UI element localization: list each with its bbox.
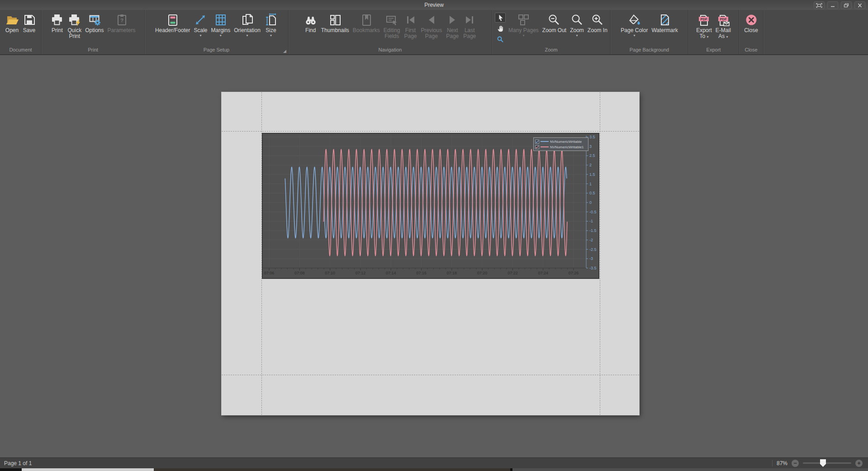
series2-checkbox[interactable]: [535, 145, 539, 149]
orientation-icon: [241, 12, 254, 28]
zoom-in-button[interactable]: Zoom In: [586, 11, 609, 47]
page-setup-dialog-launcher[interactable]: ◢: [283, 49, 286, 53]
svg-text:2: 2: [589, 163, 592, 167]
first-page-icon: [404, 12, 417, 28]
thumbnails-button[interactable]: Thumbnails: [319, 11, 351, 47]
taskbar-edge: [0, 468, 868, 471]
editing-fields-icon: [385, 12, 398, 28]
save-icon: [23, 12, 36, 28]
next-page-button: Next Page: [444, 11, 461, 47]
svg-text:3.5: 3.5: [589, 135, 595, 139]
svg-text:0: 0: [589, 200, 592, 205]
svg-text:-0.5: -0.5: [589, 210, 597, 214]
margin-line-bottom: [222, 375, 639, 375]
chart-plot-area: 07:0607:0807:1007:1207:1407:1607:1807:20…: [263, 134, 598, 278]
options-icon: [88, 12, 101, 28]
hand-tool-button[interactable]: [495, 24, 506, 33]
ribbon-toolbar: Open Save Document Print: [0, 10, 868, 55]
print-button[interactable]: Print: [48, 11, 66, 47]
zoom-slider-thumb[interactable]: [820, 459, 826, 467]
preview-canvas[interactable]: 07:0607:0807:1007:1207:1407:1607:1807:20…: [0, 55, 868, 457]
series1-line-sample: [541, 141, 549, 142]
many-pages-icon: [517, 12, 530, 28]
dropdown-arrow-icon: ▾: [576, 33, 578, 38]
legend-item: NVNumericWritable1: [535, 144, 587, 150]
parameters-button: ? Parameters: [106, 11, 138, 47]
svg-text:07:26: 07:26: [569, 271, 579, 275]
svg-text:-2.5: -2.5: [589, 247, 597, 252]
group-label-document: Document: [0, 47, 41, 54]
thumbnails-icon: [328, 12, 342, 28]
minimize-icon: [830, 3, 836, 8]
series2-name: NVNumericWritable1: [550, 145, 584, 149]
svg-text:PDF: PDF: [701, 17, 707, 21]
export-to-button[interactable]: PDF Export To ▾: [694, 11, 714, 47]
bookmarks-icon: [360, 12, 373, 28]
zoom-in-slider-button[interactable]: +: [855, 460, 863, 467]
close-window-button[interactable]: [854, 1, 865, 9]
orientation-button[interactable]: Orientation ▾: [232, 11, 262, 47]
ribbon-group-navigation: Find Thumbnails Bookmarks: [289, 10, 492, 54]
zoom-button[interactable]: Zoom ▾: [568, 11, 586, 47]
zoom-magnifier-icon: [570, 12, 584, 28]
page-indicator: Page 1 of 1: [0, 460, 32, 466]
pointer-tool-button[interactable]: [495, 13, 506, 23]
legend-item: NVNumericWritable: [535, 139, 587, 144]
previous-page-icon: [425, 12, 438, 28]
header-footer-icon: [166, 12, 180, 28]
save-button[interactable]: Save: [21, 11, 38, 47]
ribbon-group-export: PDF Export To ▾ PDF E-Mail As ▾ Export: [688, 10, 739, 54]
header-footer-button[interactable]: Header/Footer: [153, 11, 192, 47]
zoom-slider[interactable]: [803, 462, 851, 464]
page-color-button[interactable]: Page Color ▾: [619, 11, 650, 47]
last-page-button: Last Page: [461, 11, 478, 47]
watermark-button[interactable]: Watermark: [650, 11, 679, 47]
dropdown-arrow-icon: ▾: [220, 33, 222, 38]
fit-window-button[interactable]: [814, 1, 825, 9]
svg-text:07:12: 07:12: [356, 271, 366, 275]
open-button[interactable]: Open: [4, 11, 21, 47]
status-bar: Page 1 of 1 87% − +: [0, 457, 868, 468]
find-button[interactable]: Find: [302, 11, 319, 47]
minimize-button[interactable]: [827, 1, 838, 9]
ribbon-group-close: Close Close: [739, 10, 764, 54]
scale-button[interactable]: Scale ▾: [192, 11, 209, 47]
magnifier-tool-button[interactable]: [495, 34, 506, 44]
dropdown-arrow-icon: ▾: [247, 33, 248, 38]
svg-text:07:20: 07:20: [477, 271, 488, 275]
margin-line-right: [600, 92, 600, 415]
margin-line-top: [222, 131, 639, 132]
open-folder-icon: [5, 12, 19, 28]
options-button[interactable]: Options: [83, 11, 105, 47]
svg-text:2.5: 2.5: [589, 153, 595, 158]
restore-button[interactable]: [841, 1, 852, 9]
close-preview-button[interactable]: Close: [742, 11, 760, 47]
group-label-export: Export: [688, 47, 739, 54]
margins-icon: [214, 12, 228, 28]
watermark-icon: [658, 12, 672, 28]
series1-checkbox[interactable]: [535, 140, 539, 144]
svg-text:-3.5: -3.5: [589, 266, 597, 270]
zoom-out-icon: [547, 12, 561, 28]
minus-icon: −: [793, 460, 797, 466]
margins-button[interactable]: Margins ▾: [209, 11, 232, 47]
svg-text:-3: -3: [589, 256, 593, 261]
group-label-page-background: Page Background: [611, 47, 688, 54]
restore-icon: [843, 3, 849, 8]
quick-print-button[interactable]: Quick Print: [66, 11, 83, 47]
svg-text:07:22: 07:22: [508, 271, 518, 275]
svg-text:-1: -1: [589, 219, 593, 223]
previous-page-button: Previous Page: [419, 11, 444, 47]
svg-text:07:16: 07:16: [416, 271, 427, 275]
size-button[interactable]: Size ▾: [262, 11, 280, 47]
bookmarks-button: Bookmarks: [351, 11, 382, 47]
titlebar: Preview: [0, 0, 868, 10]
group-label-page-setup: Page Setup: [145, 47, 288, 54]
svg-text:?: ?: [120, 18, 123, 23]
email-as-button[interactable]: PDF E-Mail As ▾: [714, 11, 733, 47]
zoom-out-slider-button[interactable]: −: [792, 460, 799, 467]
zoom-out-button[interactable]: Zoom Out: [541, 11, 568, 47]
close-icon: [857, 3, 863, 8]
ribbon-empty-space: [764, 10, 868, 54]
fit-screen-icon: [816, 3, 822, 8]
